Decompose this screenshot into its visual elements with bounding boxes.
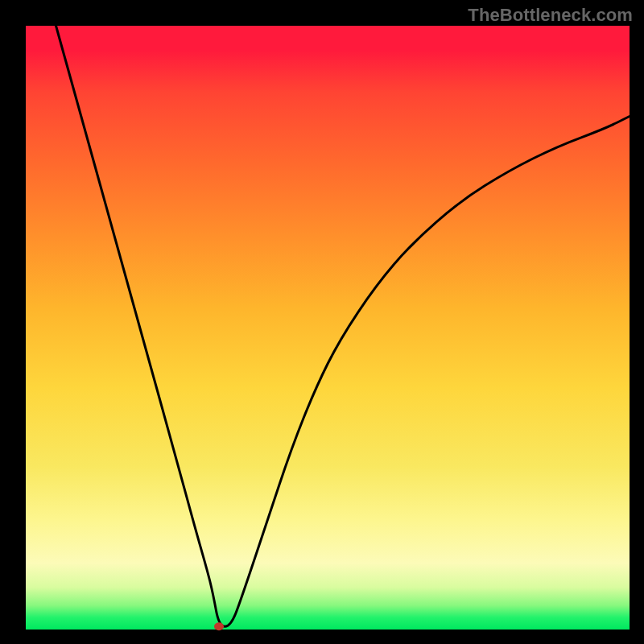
watermark-text: TheBottleneck.com: [468, 5, 633, 26]
bottleneck-curve: [26, 26, 630, 630]
plot-area: [26, 26, 630, 630]
minimum-marker: [214, 622, 224, 630]
chart-frame: TheBottleneck.com: [0, 0, 644, 644]
